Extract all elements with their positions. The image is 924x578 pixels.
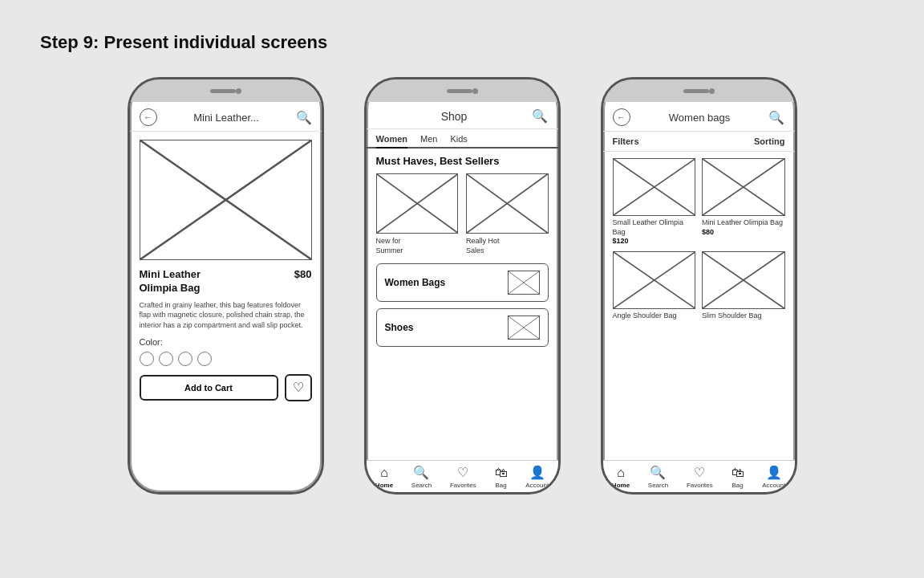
category-name-bags: Women Bags xyxy=(385,277,446,288)
product-cards-row: New forSummer Really HotSales xyxy=(376,173,549,255)
tab-women[interactable]: Women xyxy=(376,134,408,149)
favorites-icon-2: ♡ xyxy=(457,465,468,480)
grid-product-image-3 xyxy=(613,251,696,309)
category-thumb-bags xyxy=(508,271,540,295)
notch-dot-2 xyxy=(472,88,478,94)
bottom-nav-2: ⌂ Home 🔍 Search ♡ Favorites 🛍 Bag 👤 xyxy=(367,460,558,492)
category-item-shoes[interactable]: Shoes xyxy=(376,308,549,347)
sorting-button[interactable]: Sorting xyxy=(754,136,785,146)
phone-1-title: Mini Leather... xyxy=(193,112,259,124)
filter-row: Filters Sorting xyxy=(603,132,795,152)
search-icon-1[interactable]: 🔍 xyxy=(296,110,312,125)
nav-search-3[interactable]: 🔍 Search xyxy=(648,465,668,489)
phone-1-header: ← Mini Leather... 🔍 xyxy=(130,102,322,132)
product-description: Crafted in grainy leather, this bag feat… xyxy=(140,300,312,331)
nav-bag-label-2: Bag xyxy=(495,482,506,489)
product-card-1: New forSummer xyxy=(376,173,459,255)
phone-2-header: Shop 🔍 xyxy=(367,102,558,129)
nav-home-2[interactable]: ⌂ Home xyxy=(375,466,393,489)
wishlist-button[interactable]: ♡ xyxy=(285,374,312,401)
search-icon-2[interactable]: 🔍 xyxy=(532,108,548,124)
nav-home-label-2: Home xyxy=(375,482,393,489)
back-button-1[interactable]: ← xyxy=(140,108,157,126)
bag-icon-3: 🛍 xyxy=(732,466,744,480)
grid-product-name-1: Small Leather Olimpia Bag xyxy=(613,218,696,237)
color-label: Color: xyxy=(140,337,312,347)
nav-favorites-2[interactable]: ♡ Favorites xyxy=(450,465,476,489)
nav-favorites-label-2: Favorites xyxy=(450,482,476,489)
nav-account-2[interactable]: 👤 Account xyxy=(525,465,549,489)
category-item-bags[interactable]: Women Bags xyxy=(376,263,549,302)
grid-product-4: Slim Shoulder Bag xyxy=(702,251,785,321)
color-swatch-3[interactable] xyxy=(178,352,192,366)
phone-3-header: ← Women bags 🔍 xyxy=(603,102,795,132)
tab-men[interactable]: Men xyxy=(420,134,437,147)
phone-2-content: Shop 🔍 Women Men Kids Must Haves, Best S… xyxy=(367,102,558,492)
search-icon-3[interactable]: 🔍 xyxy=(768,110,784,125)
nav-account-3[interactable]: 👤 Account xyxy=(762,465,785,489)
tab-kids[interactable]: Kids xyxy=(450,134,467,147)
color-swatch-2[interactable] xyxy=(159,352,173,366)
product-card-2: Really HotSales xyxy=(466,173,549,255)
phone-3: ← Women bags 🔍 Filters Sorting Small Lea… xyxy=(601,77,797,495)
color-swatch-1[interactable] xyxy=(140,352,154,366)
grid-product-name-2: Mini Leather Olimpia Bag xyxy=(702,218,785,228)
page-title: Step 9: Present individual screens xyxy=(40,32,884,53)
grid-product-name-3: Angle Shoulder Bag xyxy=(613,311,696,321)
add-to-cart-button[interactable]: Add to Cart xyxy=(140,375,278,401)
product-actions: Add to Cart ♡ xyxy=(140,374,312,401)
product-grid-3: Small Leather Olimpia Bag $120 Mini Leat… xyxy=(613,158,785,321)
search-nav-icon-2: 🔍 xyxy=(413,465,429,480)
phones-container: ← Mini Leather... 🔍 Mini LeatherOlimpia … xyxy=(40,77,884,495)
phone-1-content: ← Mini Leather... 🔍 Mini LeatherOlimpia … xyxy=(130,102,322,492)
phone-2: Shop 🔍 Women Men Kids Must Haves, Best S… xyxy=(364,77,561,495)
category-name-shoes: Shoes xyxy=(385,322,414,333)
notch-pill-2 xyxy=(447,89,472,93)
product-card-image-1 xyxy=(376,173,459,234)
notch-pill-1 xyxy=(210,89,236,93)
bottom-nav-3: ⌂ Home 🔍 Search ♡ Favorites 🛍 Bag 👤 xyxy=(603,460,795,492)
nav-account-label-2: Account xyxy=(525,482,549,489)
grid-product-image-4 xyxy=(702,251,785,309)
nav-home-3[interactable]: ⌂ Home xyxy=(612,466,630,489)
grid-product-price-2: $80 xyxy=(702,228,785,236)
phone-3-topbar xyxy=(603,79,795,102)
grid-product-3: Angle Shoulder Bag xyxy=(613,251,696,321)
nav-bag-2[interactable]: 🛍 Bag xyxy=(495,466,508,489)
back-button-3[interactable]: ← xyxy=(613,108,630,126)
phone-3-body: Small Leather Olimpia Bag $120 Mini Leat… xyxy=(603,152,795,460)
grid-product-2: Mini Leather Olimpia Bag $80 xyxy=(702,158,785,245)
notch-dot-1 xyxy=(236,88,241,94)
product-image-1 xyxy=(140,140,312,260)
nav-account-label-3: Account xyxy=(762,482,785,489)
notch-dot-3 xyxy=(709,88,715,94)
phone-2-tabs: Women Men Kids xyxy=(367,129,558,149)
grid-product-1: Small Leather Olimpia Bag $120 xyxy=(613,158,696,245)
nav-favorites-3[interactable]: ♡ Favorites xyxy=(687,465,713,489)
grid-product-price-1: $120 xyxy=(613,237,696,245)
nav-search-2[interactable]: 🔍 Search xyxy=(411,465,432,489)
nav-search-label-3: Search xyxy=(648,482,668,489)
notch-pill-3 xyxy=(683,89,709,93)
account-icon-2: 👤 xyxy=(529,465,545,480)
grid-product-image-2 xyxy=(702,158,785,216)
phone-2-title: Shop xyxy=(441,110,468,123)
color-swatch-4[interactable] xyxy=(197,352,212,366)
color-swatches xyxy=(140,352,312,366)
phone-1-body: Mini LeatherOlimpia Bag $80 Crafted in g… xyxy=(130,132,322,492)
grid-product-name-4: Slim Shoulder Bag xyxy=(702,311,785,321)
phone-1-topbar xyxy=(130,79,322,102)
search-nav-icon-3: 🔍 xyxy=(650,465,666,480)
section-title-2: Must Haves, Best Sellers xyxy=(376,155,549,167)
nav-bag-label-3: Bag xyxy=(732,482,743,489)
phone-2-body: Must Haves, Best Sellers New forSummer R… xyxy=(367,149,558,460)
nav-favorites-label-3: Favorites xyxy=(687,482,713,489)
favorites-icon-3: ♡ xyxy=(694,465,705,480)
phone-2-topbar xyxy=(367,79,558,102)
phone-1: ← Mini Leather... 🔍 Mini LeatherOlimpia … xyxy=(128,77,324,495)
product-card-label-2: Really HotSales xyxy=(466,237,549,255)
filters-button[interactable]: Filters xyxy=(613,136,639,146)
phone-3-title: Women bags xyxy=(669,112,730,124)
nav-bag-3[interactable]: 🛍 Bag xyxy=(732,466,744,489)
bag-icon-2: 🛍 xyxy=(495,466,508,480)
